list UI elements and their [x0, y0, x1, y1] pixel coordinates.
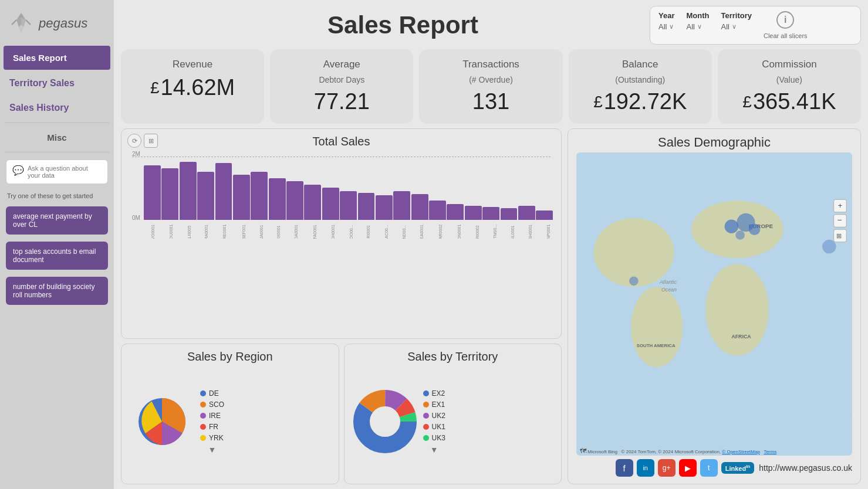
bar-ada[interactable] [286, 155, 303, 220]
legend-label-uk3: UK3 [432, 434, 445, 442]
bar-gre[interactable] [215, 155, 232, 220]
year-chevron-icon: ∨ [669, 23, 674, 30]
logo-area: pegasus [0, 0, 114, 45]
bar-bsh[interactable] [518, 155, 535, 220]
year-select[interactable]: All ∨ [658, 22, 674, 31]
bottom-section: ⟳ ⊞ Total Sales 2M 0M [121, 128, 861, 484]
sidebar: pegasus Sales Report Territory Sales Sal… [0, 0, 114, 489]
bar-and[interactable] [393, 155, 410, 220]
facebook-icon[interactable]: f [616, 459, 633, 477]
month-select[interactable]: All ∨ [686, 22, 709, 31]
bottom-charts: Sales by Region [121, 344, 562, 484]
google-plus-icon[interactable]: g+ [658, 459, 676, 477]
kpi-bal-value: £ 192.72K [579, 89, 701, 114]
bar-onp[interactable] [536, 155, 553, 220]
territory-chevron-icon: ∨ [732, 23, 737, 30]
sidebar-hint: Try one of these to get started [0, 189, 114, 203]
legend-label-sco: SCO [209, 400, 224, 409]
linkedin-small-icon[interactable]: in [637, 459, 654, 477]
sidebar-item-misc[interactable]: Misc [0, 125, 114, 150]
linkedin-icon[interactable]: Linkedin [721, 462, 755, 474]
sidebar-item-sales-report[interactable]: Sales Report [4, 46, 110, 70]
territory-chart-title: Sales by Territory [353, 350, 553, 364]
bar-dfa[interactable] [304, 155, 321, 220]
bar-har[interactable] [429, 155, 446, 220]
clear-slicers-button[interactable]: Clear all slicers [764, 32, 808, 39]
kpi-tx-value: 131 [430, 89, 552, 114]
legend-uk1: UK1 [423, 423, 445, 431]
bar-vix[interactable] [269, 155, 286, 220]
map-area[interactable]: EUROPE AFRICA SOUTH AMERICA Atlantic Oce… [576, 152, 852, 456]
sidebar-btn-2[interactable]: top sales accounts b email document [6, 242, 108, 270]
territory-select[interactable]: All ∨ [721, 22, 752, 31]
sales-by-territory-card: Sales by Territory [344, 344, 562, 484]
month-chevron-icon: ∨ [697, 23, 702, 30]
kpi-revenue-label: Revenue [131, 59, 254, 70]
svg-text:Atlantic: Atlantic [659, 279, 677, 285]
sidebar-item-sales-history[interactable]: Sales History [0, 96, 114, 120]
legend-ex1: EX1 [423, 400, 445, 409]
legend-label-ire: IRE [209, 412, 221, 420]
slicer-info-button[interactable]: i [776, 11, 794, 29]
legend-dot-fr [200, 424, 206, 430]
bar-mac[interactable] [376, 155, 393, 220]
sidebar-btn-1[interactable]: average next payment by over CL [6, 206, 108, 235]
bar-joh[interactable] [322, 155, 339, 220]
kpi-revenue-currency: £ [150, 79, 160, 97]
bar-zbe[interactable] [233, 155, 250, 220]
pegasus-logo-icon [8, 11, 34, 36]
kpi-com-value: £ 365.41K [728, 89, 850, 114]
bar-pon[interactable] [447, 155, 464, 220]
qa-box[interactable]: 💬 Ask a question about your data [6, 159, 108, 184]
bar-fra[interactable] [197, 155, 214, 220]
bar-gri[interactable] [358, 155, 375, 220]
svg-line-4 [12, 20, 16, 25]
svg-text:−: − [837, 216, 842, 225]
sidebar-item-territory-sales[interactable]: Territory Sales [0, 71, 114, 96]
region-pie-body: DE SCO IRE [130, 366, 330, 478]
legend-more-region[interactable]: ▼ [200, 445, 224, 454]
chart-icon-circular[interactable]: ⟳ [127, 134, 141, 148]
bar-tvo[interactable] [144, 155, 161, 220]
bar-aoo[interactable] [340, 155, 357, 220]
page-title: Sales Report [156, 11, 650, 39]
legend-label-ex1: EX1 [432, 400, 445, 409]
svg-point-24 [725, 220, 739, 234]
kpi-transactions: Transactions (# Overdue) 131 [419, 49, 562, 124]
footer-url[interactable]: http://www.pegasus.co.uk [759, 463, 852, 473]
bar-gil[interactable] [501, 155, 518, 220]
territory-legend: EX2 EX1 UK2 [423, 389, 445, 454]
kpi-avg-sublabel: Debtor Days [281, 75, 403, 84]
chart-icon-table[interactable]: ⊞ [144, 134, 158, 148]
legend-ex2: EX2 [423, 389, 445, 398]
territory-label: Territory [721, 11, 752, 20]
footer-row: f in g+ ▶ t Linkedin http://www.pegasus.… [576, 458, 852, 478]
youtube-icon[interactable]: ▶ [679, 459, 697, 477]
legend-label-uk2: UK2 [432, 412, 445, 420]
legend-de: DE [200, 389, 224, 398]
slicer-panel: Year All ∨ Month All ∨ Territory All ∨ [650, 6, 861, 45]
bar-x-axis: TVO0001 YOU0001 ALI0005 FRA0001 GRE0001 … [144, 221, 553, 239]
svg-point-28 [629, 277, 639, 286]
bar-chart [130, 155, 553, 220]
kpi-avg-debtor: Average Debtor Days 77.21 [270, 49, 413, 124]
sidebar-btn-3[interactable]: number of building society roll numbers [6, 277, 108, 305]
twitter-icon[interactable]: t [700, 459, 718, 477]
legend-more-territory[interactable]: ▼ [423, 445, 445, 454]
kpi-tx-sublabel: (# Overdue) [430, 75, 552, 84]
bar-bri[interactable] [465, 155, 482, 220]
month-slicer: Month All ∨ [686, 11, 709, 31]
total-sales-title: Total Sales [130, 135, 553, 148]
svg-text:AFRICA: AFRICA [731, 334, 751, 339]
bar-ali[interactable] [180, 155, 197, 220]
kpi-balance: Balance (Outstanding) £ 192.72K [569, 49, 712, 124]
legend-dot-de [200, 390, 206, 396]
bar-nea[interactable] [411, 155, 428, 220]
social-icons: f in g+ ▶ t Linkedin [616, 459, 755, 477]
legend-fr: FR [200, 423, 224, 431]
left-panel: ⟳ ⊞ Total Sales 2M 0M [121, 128, 562, 484]
region-pie-chart [130, 389, 194, 454]
bar-wtm[interactable] [482, 155, 499, 220]
bar-you[interactable] [161, 155, 178, 220]
bar-hja[interactable] [251, 155, 268, 220]
